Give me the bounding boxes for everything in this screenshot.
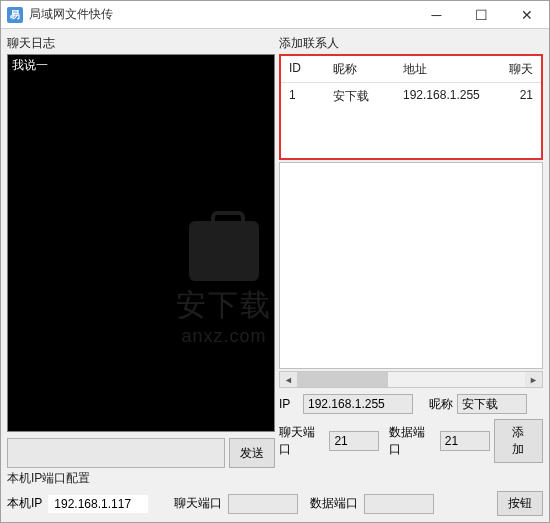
chat-log: 我说一 (7, 54, 275, 432)
message-input[interactable] (7, 438, 225, 468)
scroll-left-icon[interactable]: ◄ (280, 372, 297, 387)
table-row[interactable]: 1 安下载 192.168.1.255 21 (281, 83, 541, 110)
app-icon: 易 (7, 7, 23, 23)
ip-label: IP (279, 397, 299, 411)
local-chat-port-label: 聊天端口 (174, 495, 222, 512)
scroll-thumb[interactable] (297, 372, 388, 387)
col-header-chat: 聊天 (503, 61, 533, 78)
col-header-id: ID (289, 61, 333, 78)
cell-addr: 192.168.1.255 (403, 88, 503, 105)
col-header-addr: 地址 (403, 61, 503, 78)
horizontal-scrollbar[interactable]: ◄ ► (279, 371, 543, 388)
chat-log-line: 我说一 (12, 57, 270, 74)
data-port-field[interactable] (440, 431, 490, 451)
cell-chat: 21 (503, 88, 533, 105)
add-button[interactable]: 添加 (494, 419, 543, 463)
local-data-port-field[interactable] (364, 494, 434, 514)
config-button[interactable]: 按钮 (497, 491, 543, 516)
contacts-list-area (279, 162, 543, 369)
local-ip-value: 192.168.1.117 (48, 495, 148, 513)
col-header-nick: 昵称 (333, 61, 403, 78)
local-ip-label: 本机IP (7, 495, 42, 512)
scroll-track[interactable] (297, 372, 525, 387)
nick-label: 昵称 (429, 396, 453, 413)
minimize-button[interactable]: ─ (414, 1, 459, 29)
contacts-header-row: ID 昵称 地址 聊天 (281, 56, 541, 83)
nick-field[interactable] (457, 394, 527, 414)
scroll-right-icon[interactable]: ► (525, 372, 542, 387)
chat-port-field[interactable] (329, 431, 379, 451)
send-button[interactable]: 发送 (229, 438, 275, 468)
cell-nick: 安下载 (333, 88, 403, 105)
contacts-highlight-box: ID 昵称 地址 聊天 1 安下载 192.168.1.255 21 (279, 54, 543, 160)
window-title: 局域网文件快传 (29, 6, 414, 23)
local-chat-port-field[interactable] (228, 494, 298, 514)
ip-field[interactable] (303, 394, 413, 414)
contacts-label: 添加联系人 (279, 35, 543, 52)
maximize-button[interactable]: ☐ (459, 1, 504, 29)
chat-port-label: 聊天端口 (279, 424, 325, 458)
titlebar: 易 局域网文件快传 ─ ☐ ✕ (1, 1, 549, 29)
close-button[interactable]: ✕ (504, 1, 549, 29)
local-data-port-label: 数据端口 (310, 495, 358, 512)
data-port-label: 数据端口 (389, 424, 435, 458)
local-config-label: 本机IP端口配置 (7, 470, 543, 487)
cell-id: 1 (289, 88, 333, 105)
chat-log-label: 聊天日志 (7, 35, 275, 52)
